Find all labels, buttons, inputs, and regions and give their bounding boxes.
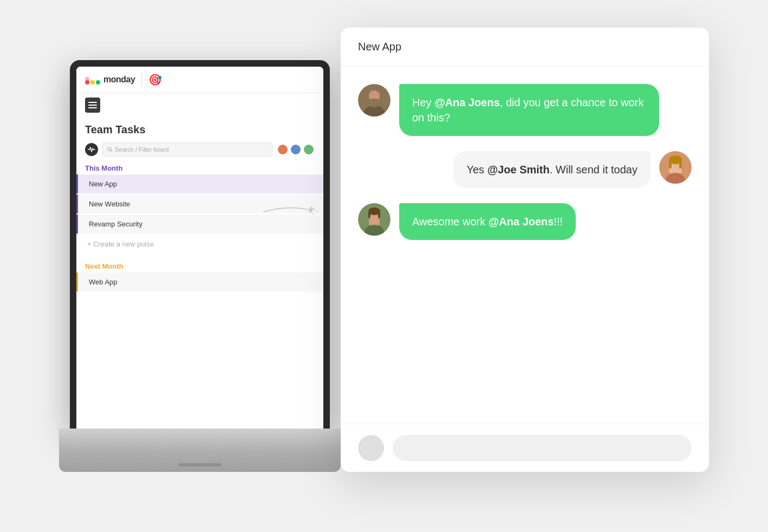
svg-point-13 bbox=[368, 99, 381, 107]
hamburger-line-3 bbox=[88, 107, 97, 108]
laptop-base bbox=[59, 429, 341, 472]
avatar-2 bbox=[290, 144, 302, 155]
avatar-1 bbox=[277, 144, 289, 155]
app-header: monday 🎯 bbox=[76, 67, 323, 93]
pulse-icon bbox=[85, 143, 98, 156]
pulse-item-web-app[interactable]: Web App bbox=[76, 273, 323, 291]
svg-marker-7 bbox=[313, 209, 318, 215]
mention-joe-1: @Joe Smith bbox=[487, 164, 550, 176]
avatar-person3 bbox=[358, 203, 390, 236]
laptop-screen-outer: monday 🎯 Team Tasks bbox=[70, 60, 330, 429]
pulse-svg bbox=[88, 146, 95, 153]
app-ui: monday 🎯 Team Tasks bbox=[76, 67, 323, 429]
monday-logo-mark bbox=[85, 75, 100, 85]
logo-text: monday bbox=[103, 75, 135, 85]
bubble-2: Yes @Joe Smith. Will send it today bbox=[453, 151, 650, 188]
svg-line-5 bbox=[111, 151, 113, 152]
hamburger-button[interactable] bbox=[85, 98, 100, 113]
svg-rect-23 bbox=[369, 218, 380, 226]
group-label-next-month: Next Month bbox=[76, 258, 323, 273]
avatar-ana bbox=[659, 151, 692, 184]
svg-rect-19 bbox=[669, 160, 672, 168]
bubble-3: Awesome work @Ana Joens!!! bbox=[399, 203, 576, 240]
pulse-item-label-new-website: New Website bbox=[89, 200, 130, 208]
laptop-screen-inner: monday 🎯 Team Tasks bbox=[76, 67, 323, 429]
arrow-svg bbox=[258, 198, 323, 225]
message-row-2: Yes @Joe Smith. Will send it today bbox=[358, 151, 692, 188]
search-icon bbox=[107, 147, 113, 152]
footer-avatar bbox=[358, 435, 384, 461]
hamburger-line-2 bbox=[88, 105, 97, 106]
search-bar[interactable]: Search / Filter board bbox=[102, 142, 272, 157]
board-title: Team Tasks bbox=[76, 117, 323, 139]
monday-logo: monday bbox=[85, 75, 135, 85]
laptop: monday 🎯 Team Tasks bbox=[59, 60, 341, 472]
pulse-item-new-app[interactable]: New App bbox=[76, 174, 323, 193]
chat-footer bbox=[341, 424, 709, 472]
scene: monday 🎯 Team Tasks bbox=[59, 28, 709, 504]
logo-divider bbox=[141, 73, 142, 86]
svg-rect-27 bbox=[378, 211, 380, 218]
message-input[interactable] bbox=[393, 435, 692, 461]
pulse-item-label-web-app: Web App bbox=[89, 278, 118, 286]
emoji-icon: 🎯 bbox=[148, 73, 162, 86]
svg-point-3 bbox=[85, 77, 89, 81]
avatar-group bbox=[277, 144, 315, 155]
mention-ana-1: @Ana Joens bbox=[434, 96, 500, 108]
avatar-3 bbox=[303, 144, 315, 155]
group-next-month: Next Month Web App bbox=[76, 258, 323, 297]
svg-point-2 bbox=[96, 80, 100, 85]
message-row-1: Hey @Ana Joens, did you get a chance to … bbox=[358, 84, 692, 136]
create-pulse-button[interactable]: + Create a new pulse bbox=[76, 235, 323, 254]
pulse-item-label-revamp-security: Revamp Security bbox=[89, 220, 142, 228]
group-label-this-month: This Month bbox=[76, 160, 323, 174]
search-placeholder: Search / Filter board bbox=[115, 146, 169, 153]
pulse-item-label-new-app: New App bbox=[89, 180, 117, 188]
mention-ana-2: @Ana Joens bbox=[489, 216, 554, 228]
logo-svg bbox=[85, 75, 100, 85]
board-toolbar: Search / Filter board bbox=[76, 139, 323, 160]
chat-body: Hey @Ana Joens, did you get a chance to … bbox=[341, 67, 709, 424]
bubble-1: Hey @Ana Joens, did you get a chance to … bbox=[399, 84, 659, 136]
svg-point-1 bbox=[90, 80, 95, 85]
chat-panel: New App Hey @Ana Joens, did y bbox=[341, 28, 709, 472]
avatar-joe bbox=[358, 84, 390, 116]
hamburger-line-1 bbox=[88, 102, 97, 103]
svg-point-4 bbox=[108, 147, 111, 151]
svg-rect-26 bbox=[368, 211, 370, 218]
message-row-3: Awesome work @Ana Joens!!! bbox=[358, 203, 692, 240]
chat-title: New App bbox=[341, 28, 709, 67]
svg-rect-20 bbox=[679, 160, 682, 168]
arrow-connector bbox=[258, 198, 323, 228]
